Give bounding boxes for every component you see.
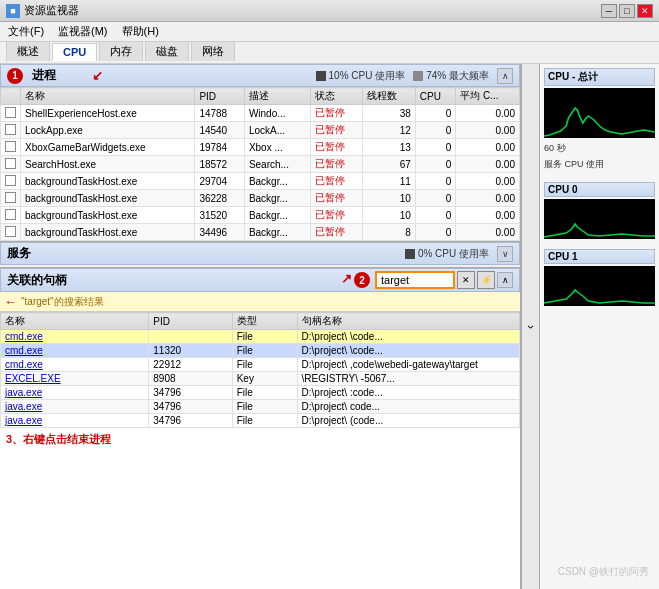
handle-row-handle: \REGISTRY\ -5067... [297,372,519,386]
handles-col-name[interactable]: 名称 [1,313,149,330]
cpu0-line [544,224,655,237]
services-section: 服务 0% CPU 使用率 ∨ [0,242,520,268]
tab-memory[interactable]: 内存 [99,41,143,61]
menu-monitor[interactable]: 监视器(M) [56,24,110,39]
annotation-3: 3、右键点击结束进程 [0,428,520,451]
cpu0-chart [544,199,655,239]
table-row[interactable]: backgroundTaskHost.exe 29704 Backgr... 已… [1,173,520,190]
col-avg-header[interactable]: 平均 C... [456,88,520,105]
close-button[interactable]: ✕ [637,4,653,18]
handle-row-pid: 34796 [149,400,232,414]
handles-col-type[interactable]: 类型 [232,313,297,330]
services-header[interactable]: 服务 0% CPU 使用率 ∨ [0,242,520,265]
row-avg: 0.00 [456,139,520,156]
row-pid: 18572 [195,156,245,173]
cpu1-line [544,290,655,303]
row-threads: 10 [363,190,415,207]
table-row[interactable]: backgroundTaskHost.exe 34496 Backgr... 已… [1,224,520,241]
table-row[interactable]: backgroundTaskHost.exe 36228 Backgr... 已… [1,190,520,207]
window-title: 资源监视器 [24,3,79,18]
minimize-button[interactable]: ─ [601,4,617,18]
tab-bar: 概述 CPU 内存 磁盘 网络 [0,42,659,64]
menu-help[interactable]: 帮助(H) [120,24,161,39]
col-name-header[interactable]: 名称 [21,88,195,105]
table-row[interactable]: LockApp.exe 14540 LockA... 已暂停 12 0 0.00 [1,122,520,139]
table-row[interactable]: java.exe 34796 File D:\project\ (code... [1,414,520,428]
handles-col-handle[interactable]: 句柄名称 [297,313,519,330]
handle-row-name: cmd.exe [1,358,149,372]
table-row[interactable]: cmd.exe 22912 File D:\project\ ,code\web… [1,358,520,372]
table-row[interactable]: backgroundTaskHost.exe 31520 Backgr... 已… [1,207,520,224]
process-header[interactable]: 1 进程 ↙ 10% CPU 使用率 74% 最大频率 ∧ [0,64,520,87]
row-cpu: 0 [415,173,456,190]
search-badge: 2 [354,272,370,288]
row-cpu: 0 [415,156,456,173]
handles-header[interactable]: 关联的句柄 ↗ 2 ✕ ⚡ ∧ [0,268,520,292]
process-section: 1 进程 ↙ 10% CPU 使用率 74% 最大频率 ∧ [0,64,520,242]
maximize-button[interactable]: □ [619,4,635,18]
table-row[interactable]: java.exe 34796 File D:\project\ code... [1,400,520,414]
services-collapse-btn[interactable]: ∨ [497,246,513,262]
row-threads: 12 [363,122,415,139]
row-check [1,173,21,190]
tab-overview[interactable]: 概述 [6,41,50,61]
watermark: CSDN @铁打的阿秀 [558,565,649,579]
tab-cpu[interactable]: CPU [52,43,97,61]
cpu-usage-indicator: 10% CPU 使用率 [316,69,406,83]
row-desc: Backgr... [244,207,310,224]
row-name: SearchHost.exe [21,156,195,173]
handle-row-type: Key [232,372,297,386]
search-refresh-btn[interactable]: ⚡ [477,271,495,289]
row-pid: 31520 [195,207,245,224]
row-desc: Backgr... [244,190,310,207]
row-desc: Backgr... [244,173,310,190]
row-check [1,207,21,224]
row-threads: 10 [363,207,415,224]
handles-collapse-btn[interactable]: ∧ [497,272,513,288]
handles-title: 关联的句柄 [7,272,67,289]
menu-file[interactable]: 文件(F) [6,24,46,39]
col-status-header[interactable]: 状态 [310,88,362,105]
col-desc-header[interactable]: 描述 [244,88,310,105]
tab-disk[interactable]: 磁盘 [145,41,189,61]
handle-row-pid [149,330,232,344]
services-cpu-usage: 0% CPU 使用率 [418,247,489,261]
title-bar-left: ■ 资源监视器 [6,3,79,18]
col-cpu-header[interactable]: CPU [415,88,456,105]
tab-network[interactable]: 网络 [191,41,235,61]
handle-row-name: java.exe [1,400,149,414]
col-check [1,88,21,105]
row-name: backgroundTaskHost.exe [21,190,195,207]
process-table-container: 名称 PID 描述 状态 线程数 CPU 平均 C... ShellExperi… [0,87,520,241]
process-table: 名称 PID 描述 状态 线程数 CPU 平均 C... ShellExperi… [0,87,520,241]
row-name: backgroundTaskHost.exe [21,224,195,241]
table-row[interactable]: cmd.exe File D:\project\ \code... [1,330,520,344]
row-cpu: 0 [415,207,456,224]
table-row[interactable]: EXCEL.EXE 8908 Key \REGISTRY\ -5067... [1,372,520,386]
handle-row-type: File [232,414,297,428]
col-pid-header[interactable]: PID [195,88,245,105]
row-cpu: 0 [415,122,456,139]
search-input[interactable] [375,271,455,289]
process-cpu-usage: 10% CPU 使用率 [329,69,406,83]
handle-row-name: cmd.exe [1,330,149,344]
table-row[interactable]: java.exe 34796 File D:\project\ :code... [1,386,520,400]
table-row[interactable]: XboxGameBarWidgets.exe 19784 Xbox ... 已暂… [1,139,520,156]
table-row[interactable]: ShellExperienceHost.exe 14788 Windo... 已… [1,105,520,122]
chart-duration: 60 秒 [544,142,655,155]
process-collapse-btn[interactable]: ∧ [497,68,513,84]
table-row[interactable]: SearchHost.exe 18572 Search... 已暂停 67 0 … [1,156,520,173]
col-threads-header[interactable]: 线程数 [363,88,415,105]
row-avg: 0.00 [456,207,520,224]
search-clear-btn[interactable]: ✕ [457,271,475,289]
table-row[interactable]: cmd.exe 11320 File D:\project\ \code... [1,344,520,358]
services-cpu-indicator: 0% CPU 使用率 [405,247,489,261]
row-check [1,139,21,156]
row-name: XboxGameBarWidgets.exe [21,139,195,156]
menu-bar: 文件(F) 监视器(M) 帮助(H) [0,22,659,42]
handle-row-type: File [232,400,297,414]
right-panel-expand-btn[interactable]: › [521,64,539,589]
handles-col-pid[interactable]: PID [149,313,232,330]
max-freq-indicator: 74% 最大频率 [413,69,489,83]
service-cpu-label: 服务 CPU 使用 [544,158,655,171]
